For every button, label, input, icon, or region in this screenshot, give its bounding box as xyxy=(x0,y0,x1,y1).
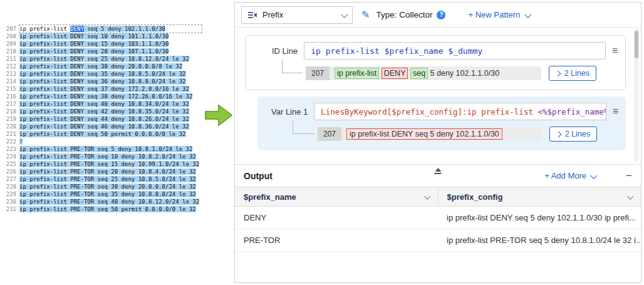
expand-var-lines-button[interactable]: 2 Lines xyxy=(549,127,597,142)
line-text: ip prefix-list DENY seq 36 deny 10.8.8.0… xyxy=(19,78,202,85)
pattern-icon xyxy=(247,11,257,19)
line-number: 228 xyxy=(3,183,16,190)
line-text: ip prefix-list PRE-TOR seq 40 deny 10.8.… xyxy=(19,198,202,205)
editor-line[interactable]: 208ip prefix-list DENY seq 10 deny 101.1… xyxy=(3,33,202,40)
line-text: ip prefix-list DENY seq 46 deny 10.8.36.… xyxy=(19,123,202,130)
line-number: 210 xyxy=(3,48,16,55)
line-text: ip prefix-list DENY seq 42 deny 10.8.35.… xyxy=(19,108,202,115)
line-text: ip prefix-list DENY seq 50 permit 0.0.0.… xyxy=(19,130,202,138)
line-number: 230 xyxy=(3,198,16,205)
cell-prefix-config: ip prefix-list DENY seq 5 deny 102.1.1.0… xyxy=(438,213,641,222)
line-text: ip prefix-list DENY seq 38 deny 172.26.0… xyxy=(19,93,202,100)
scrollbar-thumb[interactable] xyxy=(635,31,638,58)
add-more-button[interactable]: + Add More xyxy=(544,171,596,180)
id-line-label: ID Line xyxy=(272,46,298,56)
editor-line[interactable]: 220ip prefix-list DENY seq 46 deny 10.8.… xyxy=(3,123,202,130)
editor-line[interactable]: 209ip prefix-list DENY seq 15 deny 103.1… xyxy=(3,40,202,48)
pattern-dropdown[interactable]: Prefix xyxy=(241,6,353,24)
column-label: $prefix_name xyxy=(244,192,296,202)
line-number: 214 xyxy=(3,78,16,85)
line-text: ip prefix-list DENY seq 44 deny 10.8.26.… xyxy=(19,115,202,123)
line-number: 215 xyxy=(3,85,16,93)
help-icon[interactable]: ? xyxy=(437,11,445,19)
line-number: 221 xyxy=(3,130,16,138)
menu-icon[interactable]: ≡ xyxy=(612,45,618,56)
pattern-panel: Prefix ✎ Type: Collector ? + New Pattern… xyxy=(234,2,641,283)
editor-line[interactable]: 226ip prefix-list PRE-TOR seq 20 deny 10… xyxy=(3,168,202,175)
line-text: ip prefix-list DENY seq 20 deny 107.1.1.… xyxy=(19,48,202,55)
line-text: ip prefix-list PRE-TOR seq 25 deny 10.8.… xyxy=(19,175,202,183)
minimize-output-icon[interactable]: − xyxy=(626,170,632,181)
scrollbar[interactable] xyxy=(634,29,639,162)
chevron-down-icon xyxy=(424,193,430,199)
var-line-match-text: ip prefix-list DENY seq 5 deny 102.1.1.0… xyxy=(341,127,542,141)
editor-line[interactable]: 219ip prefix-list DENY seq 44 deny 10.8.… xyxy=(3,115,202,123)
column-label: $prefix_config xyxy=(447,192,503,202)
line-text: ip prefix-list DENY seq 10 deny 101.1.1.… xyxy=(19,33,202,40)
editor-line[interactable]: 216ip prefix-list DENY seq 38 deny 172.2… xyxy=(3,93,202,100)
editor-line[interactable]: 230ip prefix-list PRE-TOR seq 40 deny 10… xyxy=(3,198,202,205)
editor-line[interactable]: 222! xyxy=(3,138,202,145)
editor-line[interactable]: 215ip prefix-list DENY seq 37 deny 172.2… xyxy=(3,85,202,93)
line-number: 218 xyxy=(3,108,16,115)
var-line-input[interactable]: LinesByKeyword[$prefix_config]:ip prefix… xyxy=(314,103,606,120)
line-text: ip prefix-list PRE-TOR seq 35 deny 10.8.… xyxy=(19,190,202,198)
config-editor[interactable]: 207ip prefix-list DENY seq 5 deny 102.1.… xyxy=(3,25,202,213)
connector-line xyxy=(293,121,314,134)
line-number: 216 xyxy=(3,93,16,100)
editor-line[interactable]: 210ip prefix-list DENY seq 20 deny 107.1… xyxy=(3,48,202,55)
edit-pattern-icon[interactable]: ✎ xyxy=(361,9,370,21)
line-text: ip prefix-list PRE-TOR seq 10 deny 10.8.… xyxy=(19,153,202,160)
flow-arrow-icon xyxy=(204,103,233,128)
editor-line[interactable]: 217ip prefix-list DENY seq 40 deny 10.8.… xyxy=(3,100,202,108)
id-line-input[interactable]: ip prefix-list $prefix_name $_dummy xyxy=(304,42,605,60)
editor-line[interactable]: 218ip prefix-list DENY seq 42 deny 10.8.… xyxy=(3,108,202,115)
menu-icon[interactable]: ≡ xyxy=(613,106,618,117)
line-number: 207 xyxy=(3,25,16,33)
editor-line[interactable]: 225ip prefix-list PRE-TOR seq 15 deny 10… xyxy=(3,160,202,168)
chevron-right-icon xyxy=(555,131,561,137)
editor-line[interactable]: 207ip prefix-list DENY seq 5 deny 102.1.… xyxy=(3,25,202,33)
line-number: 219 xyxy=(3,115,16,123)
line-number: 208 xyxy=(3,33,16,40)
pattern-type-label: Type: Collector xyxy=(376,10,432,19)
editor-line[interactable]: 231ip prefix-list PRE-TOR seq 50 permit … xyxy=(3,205,202,213)
output-title: Output xyxy=(244,171,273,181)
pattern-dropdown-value: Prefix xyxy=(262,10,336,19)
editor-line[interactable]: 227ip prefix-list PRE-TOR seq 25 deny 10… xyxy=(3,175,202,183)
connector-line xyxy=(282,60,303,73)
output-header: Output + Add More − xyxy=(235,164,641,187)
table-row[interactable]: DENY ip prefix-list DENY seq 5 deny 102.… xyxy=(235,207,641,229)
editor-line[interactable]: 223ip prefix-list PRE-TOR seq 5 deny 10.… xyxy=(3,145,202,153)
collapse-panel-icon[interactable] xyxy=(435,168,442,174)
editor-line[interactable]: 214ip prefix-list DENY seq 36 deny 10.8.… xyxy=(3,78,202,85)
toolbar: Prefix ✎ Type: Collector ? + New Pattern xyxy=(235,3,641,28)
column-header-prefix-config[interactable]: $prefix_config xyxy=(439,187,641,206)
expand-id-lines-button[interactable]: 2 Lines xyxy=(549,66,596,81)
match-line-number: 207 xyxy=(318,127,341,141)
table-row[interactable]: PRE-TOR ip prefix-list PRE-TOR seq 5 den… xyxy=(235,229,641,252)
column-header-prefix-name[interactable]: $prefix_name xyxy=(235,187,439,206)
editor-line[interactable]: 229ip prefix-list PRE-TOR seq 35 deny 10… xyxy=(3,190,202,198)
id-lines-count-label: 2 Lines xyxy=(564,69,589,78)
line-number: 209 xyxy=(3,40,16,48)
line-number: 212 xyxy=(3,63,16,70)
editor-line[interactable]: 211ip prefix-list DENY seq 25 deny 10.8.… xyxy=(3,55,202,63)
editor-line[interactable]: 212ip prefix-list DENY seq 30 deny 20.0.… xyxy=(3,63,202,70)
editor-line[interactable]: 228ip prefix-list PRE-TOR seq 30 deny 20… xyxy=(3,183,202,190)
var-lines-count-label: 2 Lines xyxy=(565,130,590,138)
line-text: ip prefix-list PRE-TOR seq 50 permit 0.0… xyxy=(19,205,202,213)
line-number: 229 xyxy=(3,190,16,198)
add-more-label: + Add More xyxy=(544,171,586,180)
editor-line[interactable]: 213ip prefix-list DENY seq 35 deny 10.8.… xyxy=(3,70,202,78)
var-line-value: LinesByKeyword[$prefix_config]:ip prefix… xyxy=(321,107,606,117)
line-number: 224 xyxy=(3,153,16,160)
line-number: 220 xyxy=(3,123,16,130)
pattern-editor-area: ID Line ip prefix-list $prefix_name $_du… xyxy=(235,28,641,164)
line-text: ip prefix-list PRE-TOR seq 20 deny 10.8.… xyxy=(19,168,202,175)
line-text: ip prefix-list DENY seq 25 deny 10.8.12.… xyxy=(19,55,202,63)
output-table-header: $prefix_name $prefix_config xyxy=(235,187,641,207)
editor-line[interactable]: 224ip prefix-list PRE-TOR seq 10 deny 10… xyxy=(3,153,202,160)
new-pattern-button[interactable]: + New Pattern xyxy=(468,10,530,19)
editor-line[interactable]: 221ip prefix-list DENY seq 50 permit 0.0… xyxy=(3,130,202,138)
